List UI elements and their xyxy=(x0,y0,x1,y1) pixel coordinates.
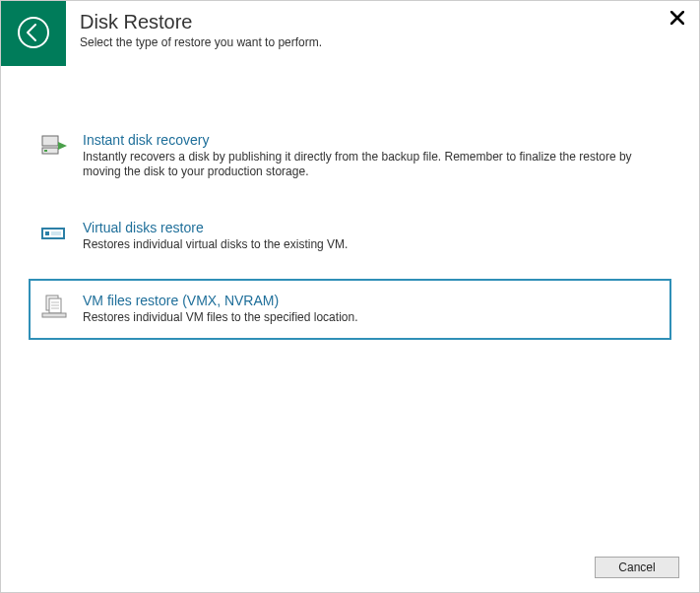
disk-recovery-icon xyxy=(39,132,69,162)
close-icon xyxy=(670,11,684,28)
option-desc: Restores individual virtual disks to the… xyxy=(83,237,348,253)
cancel-button[interactable]: Cancel xyxy=(595,557,679,578)
svg-rect-12 xyxy=(42,313,66,317)
back-button[interactable] xyxy=(1,1,66,66)
option-instant-disk-recovery[interactable]: Instant disk recovery Instantly recovers… xyxy=(29,119,671,193)
virtual-disks-icon xyxy=(39,220,69,249)
wizard-header: Disk Restore Select the type of restore … xyxy=(1,1,699,66)
restore-options-list: Instant disk recovery Instantly recovers… xyxy=(1,66,699,340)
wizard-footer: Cancel xyxy=(595,557,679,578)
svg-rect-5 xyxy=(45,231,49,235)
back-arrow-icon xyxy=(17,16,50,52)
page-title: Disk Restore xyxy=(80,11,322,33)
page-subtitle: Select the type of restore you want to p… xyxy=(80,35,322,49)
disk-restore-window: Disk Restore Select the type of restore … xyxy=(0,0,700,593)
vm-files-icon xyxy=(39,293,69,322)
svg-rect-6 xyxy=(51,231,61,235)
option-virtual-disks-restore[interactable]: Virtual disks restore Restores individua… xyxy=(29,207,671,265)
option-desc: Instantly recovers a disk by publishing … xyxy=(83,150,634,180)
option-desc: Restores individual VM files to the spec… xyxy=(83,310,357,326)
svg-rect-1 xyxy=(42,136,58,146)
option-title: Virtual disks restore xyxy=(83,220,348,236)
option-title: VM files restore (VMX, NVRAM) xyxy=(83,293,357,309)
option-vm-files-restore[interactable]: VM files restore (VMX, NVRAM) Restores i… xyxy=(29,279,671,339)
option-title: Instant disk recovery xyxy=(83,132,634,149)
svg-point-0 xyxy=(19,18,48,47)
svg-rect-3 xyxy=(44,150,47,152)
close-button[interactable] xyxy=(668,9,687,29)
